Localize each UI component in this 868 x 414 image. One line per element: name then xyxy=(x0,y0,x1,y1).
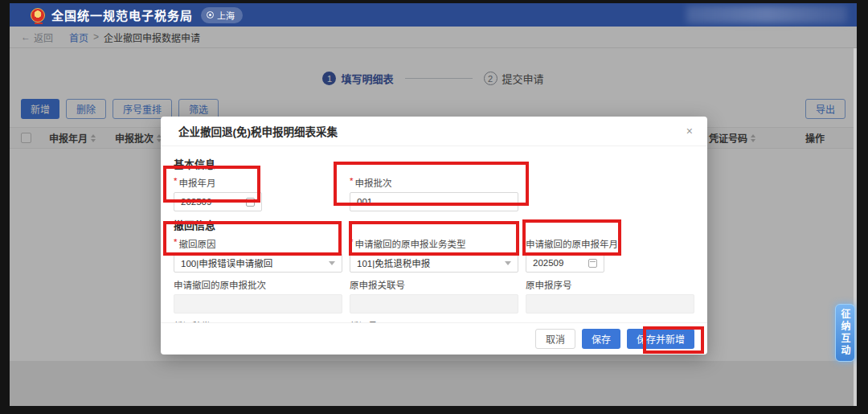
withdraw-detail-modal: 企业撤回退(免)税申报明细表采集 × 基本信息 *申报年月 202509 *申报… xyxy=(161,117,707,355)
location-label: 上海 xyxy=(217,9,235,22)
page: 全国统一规范电子税务局 上海 ← 返回 首页 > 企业撤回申报数据申请 1 填写… xyxy=(10,3,857,406)
section-basic-info: 基本信息 xyxy=(174,156,694,171)
redacted-user-info xyxy=(686,6,847,23)
required-marker: * xyxy=(174,176,177,186)
calendar-icon[interactable] xyxy=(246,198,255,207)
field-value: 202509 xyxy=(181,197,246,207)
chevron-down-icon xyxy=(329,261,335,265)
field-label: 凭证种类 xyxy=(174,319,211,322)
field-orig-biz-type: *申请撤回的原申报业务类型 101|免抵退税申报 xyxy=(350,237,518,273)
field-label: 申报年月 xyxy=(178,176,215,189)
field-value: 202509 xyxy=(533,258,588,268)
modal-footer: 取消 保存 保存并新增 xyxy=(161,322,707,355)
form-row-3: 申请撤回的原申报批次 原申报关联号 原申报序号 xyxy=(174,278,694,314)
field-value: 101|免抵退税申报 xyxy=(357,256,505,269)
field-orig-link-no: 原申报关联号 xyxy=(350,278,518,314)
modal-header: 企业撤回退(免)税申报明细表采集 × xyxy=(161,117,707,146)
interaction-widget[interactable]: 征纳互动 xyxy=(835,304,855,362)
orig-link-no-input xyxy=(350,294,518,314)
app-header: 全国统一规范电子税务局 上海 xyxy=(10,3,857,27)
location-badge[interactable]: 上海 xyxy=(201,7,243,23)
declare-ym-input[interactable]: 202509 xyxy=(174,192,262,211)
field-orig-seq: 原申报序号 xyxy=(526,278,694,314)
field-label: 申请撤回的原申报批次 xyxy=(174,278,266,291)
field-orig-batch: 申请撤回的原申报批次 xyxy=(174,278,342,314)
field-label: 原申报关联号 xyxy=(350,278,405,291)
calendar-icon[interactable] xyxy=(588,259,597,268)
cancel-button[interactable]: 取消 xyxy=(535,329,575,349)
orig-ym-input[interactable]: 202509 xyxy=(526,253,604,273)
app-title: 全国统一规范电子税务局 xyxy=(51,6,193,23)
orig-biz-type-select[interactable]: 101|免抵退税申报 xyxy=(350,253,518,273)
withdraw-reason-select[interactable]: 100|申报错误申请撤回 xyxy=(174,253,342,273)
required-marker: * xyxy=(350,176,353,186)
form-row-2: *撤回原因 100|申报错误申请撤回 *申请撤回的原申报业务类型 101|免抵退… xyxy=(174,237,694,273)
orig-seq-input xyxy=(526,294,694,314)
field-declare-batch: *申报批次 001 xyxy=(350,176,518,211)
required-marker: * xyxy=(350,237,353,247)
field-label: 凭证号码 xyxy=(350,319,387,322)
field-declare-ym: *申报年月 202509 xyxy=(174,176,342,211)
required-marker: * xyxy=(174,237,177,247)
field-label: 申请撤回的原申报业务类型 xyxy=(354,237,465,250)
field-value: 001 xyxy=(357,197,511,207)
field-label: 申报批次 xyxy=(354,176,391,189)
declare-batch-input[interactable]: 001 xyxy=(350,192,518,211)
form-row-1: *申报年月 202509 *申报批次 001 xyxy=(174,176,694,211)
modal-title: 企业撤回退(免)税申报明细表采集 xyxy=(178,123,338,139)
field-label: 原申报序号 xyxy=(526,278,572,291)
location-pin-icon xyxy=(207,11,214,18)
field-withdraw-reason: *撤回原因 100|申报错误申请撤回 xyxy=(174,237,342,273)
chevron-down-icon xyxy=(505,261,511,265)
section-withdraw-info: 撤回信息 xyxy=(174,217,694,232)
field-label: 撤回原因 xyxy=(178,237,215,250)
save-and-new-button[interactable]: 保存并新增 xyxy=(627,329,694,349)
field-voucher-no: 凭证号码 xyxy=(350,319,518,322)
field-value: 100|申报错误申请撤回 xyxy=(181,256,329,269)
orig-batch-input xyxy=(174,294,342,314)
field-orig-ym: 申请撤回的原申报年月 202509 xyxy=(526,237,694,273)
save-button[interactable]: 保存 xyxy=(582,329,620,349)
close-icon[interactable]: × xyxy=(686,125,693,137)
modal-body: 基本信息 *申报年月 202509 *申报批次 001 撤回信息 xyxy=(161,146,707,322)
national-emblem-icon xyxy=(31,8,45,23)
field-voucher-type: 凭证种类 xyxy=(174,319,342,322)
field-label: 申请撤回的原申报年月 xyxy=(526,237,618,250)
